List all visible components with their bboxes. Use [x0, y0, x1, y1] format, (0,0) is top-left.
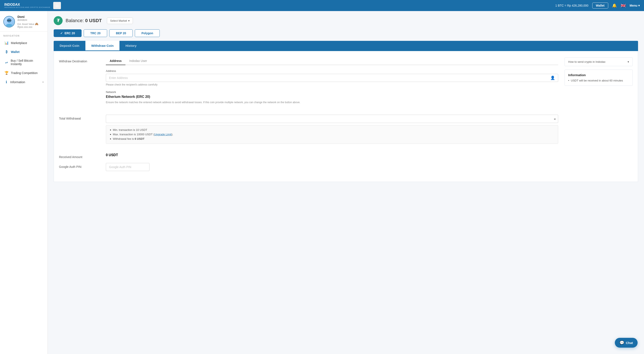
eye-icon[interactable]: 🙈	[35, 22, 38, 25]
withdrawal-input[interactable]: 0	[106, 115, 551, 123]
sidebar-item-trading[interactable]: 🏆 Trading Competition	[0, 68, 48, 77]
svg-point-1	[6, 24, 12, 27]
dest-tab-address[interactable]: Address	[106, 57, 126, 65]
sidebar-nav: 📊 Marketplace ₿ Wallet ⇌ Buy / Sell Bitc…	[0, 38, 48, 87]
withdraw-destination-label: Withdraw Destination	[59, 57, 106, 63]
topnav: INDODAX INDONESIA BITCOIN AND CRYPTO EXC…	[0, 0, 644, 11]
layout: Doni donidoni Est. Asset Value 🙈 Rpxx.xx…	[0, 11, 644, 354]
chat-label: Chat	[626, 341, 633, 345]
withdrawal-row: 0 ◂	[106, 115, 558, 123]
balance-amount: 0 USDT	[85, 18, 102, 23]
balance-header: ₮ Balance: 0 USDT Select Market ▾	[54, 16, 638, 25]
nav-item-info: Information ▾	[10, 80, 44, 84]
google-auth-label: Google Auth PIN:	[59, 163, 106, 168]
rule-bullet-2: ▪	[110, 133, 111, 136]
balance-text: Balance: 0 USDT	[66, 18, 102, 23]
topnav-right: 1 BTC = Rp 426,280,000 Wallet 🔔 🇬🇧 Menu …	[556, 2, 640, 8]
received-amount-content: 0 USDT	[106, 153, 558, 157]
bell-icon[interactable]: 🔔	[612, 3, 617, 8]
total-withdrawal-label: Total Withdrawal	[59, 115, 106, 120]
dest-tabs: Address Indodax User	[106, 57, 558, 65]
sidebar-label-buy-sell: Buy / Sell Bitcoin Instantly	[11, 59, 44, 66]
est-value: Rpxx.xxx.xxx	[18, 25, 44, 28]
logo-main: INDODAX	[4, 3, 50, 6]
avatar-inner	[4, 16, 14, 27]
how-to-text: How to send crypto in Indodax	[568, 60, 606, 63]
chevron-down-icon: ▾	[42, 81, 44, 84]
trading-icon: 🏆	[4, 71, 9, 75]
tab-bep20[interactable]: BEP 20	[109, 29, 133, 37]
how-to-dropdown[interactable]: How to send crypto in Indodax ▾	[564, 57, 633, 66]
sidebar-item-marketplace[interactable]: 📊 Marketplace	[0, 38, 48, 47]
address-input[interactable]	[106, 74, 547, 82]
sidebar-label-information: Information	[10, 80, 25, 84]
address-book-button[interactable]: 👤	[547, 74, 558, 82]
tab-deposit[interactable]: Deposit Coin	[54, 41, 86, 51]
main-content: ₮ Balance: 0 USDT Select Market ▾ ✓ ERC …	[48, 11, 644, 354]
received-amount-row: Received Amount 0 USDT	[59, 153, 558, 159]
tab-trc20[interactable]: TRC 20	[84, 29, 107, 37]
google-auth-input[interactable]	[106, 163, 150, 171]
rule-bullet-1: ▪	[110, 128, 111, 132]
withdraw-destination-row: Withdraw Destination Address Indodax Use…	[59, 57, 558, 110]
menu-button[interactable]: Menu ▾	[630, 4, 640, 7]
arrow-left-icon: ◂	[554, 117, 556, 121]
chat-icon: 💬	[620, 340, 624, 345]
select-market-chevron: ▾	[128, 19, 130, 22]
select-market-button[interactable]: Select Market ▾	[107, 17, 133, 24]
received-amount-label: Received Amount	[59, 153, 106, 159]
upgrade-limit-link[interactable]: Upgrade Limit	[154, 133, 172, 136]
dest-tab-indodax-user[interactable]: Indodax User	[126, 57, 151, 65]
sidebar-label-wallet: Wallet	[11, 50, 20, 54]
wallet-button[interactable]: Wallet	[592, 2, 608, 8]
dropdown-chevron-icon: ▾	[628, 60, 629, 63]
hamburger-button[interactable]: ☰	[53, 2, 61, 9]
user-name: Doni	[18, 15, 44, 18]
sidebar-label-trading: Trading Competition	[11, 71, 38, 75]
info-item-1: • USDT will be received in about 60 minu…	[568, 79, 629, 82]
user-info: Doni donidoni Est. Asset Value 🙈 Rpxx.xx…	[18, 15, 44, 28]
btc-rate: 1 BTC = Rp 426,280,000	[556, 4, 588, 7]
nav-label: NAVIGATION	[0, 32, 48, 38]
chat-button[interactable]: 💬 Chat	[615, 338, 638, 348]
sidebar-label-marketplace: Marketplace	[11, 41, 27, 45]
topnav-left: INDODAX INDONESIA BITCOIN AND CRYPTO EXC…	[4, 2, 61, 9]
withdrawal-arrow-button[interactable]: ◂	[551, 115, 558, 123]
user-handle: donidoni	[18, 18, 44, 21]
logo: INDODAX INDONESIA BITCOIN AND CRYPTO EXC…	[4, 3, 50, 8]
content-card: Withdraw Destination Address Indodax Use…	[54, 51, 638, 182]
information-icon: ℹ	[4, 80, 8, 84]
est-asset-label: Est. Asset Value 🙈	[18, 22, 44, 25]
marketplace-icon: 📊	[4, 41, 9, 45]
wallet-icon: ₿	[4, 50, 9, 54]
rules-box: ▪ Min. transaction is 10 USDT ▪ Max. tra…	[106, 125, 558, 144]
rule-max: ▪ Max. transaction is 10000 USDT (Upgrad…	[110, 133, 554, 136]
rule-bullet-3: ▪	[110, 137, 111, 141]
sidebar-item-information[interactable]: ℹ Information ▾	[0, 77, 48, 87]
sidebar-item-buy-sell[interactable]: ⇌ Buy / Sell Bitcoin Instantly	[0, 56, 48, 68]
avatar	[4, 16, 15, 27]
avatar-svg	[4, 16, 14, 27]
logo-sub: INDONESIA BITCOIN AND CRYPTO EXCHANGE	[4, 6, 50, 8]
info-title: Information	[568, 73, 629, 77]
tab-withdraw[interactable]: Withdraw Coin	[86, 41, 120, 51]
sidebar: Doni donidoni Est. Asset Value 🙈 Rpxx.xx…	[0, 11, 48, 354]
info-box: Information • USDT will be received in a…	[564, 69, 633, 86]
google-auth-row: Google Auth PIN:	[59, 163, 558, 171]
tab-history[interactable]: History	[120, 41, 142, 51]
sidebar-item-wallet[interactable]: ₿ Wallet	[0, 47, 48, 56]
flag-icon[interactable]: 🇬🇧	[620, 3, 626, 8]
info-bullet-icon: •	[568, 79, 569, 82]
address-row: 👤	[106, 74, 558, 82]
tab-polygon[interactable]: Polygon	[135, 29, 160, 37]
user-section: Doni donidoni Est. Asset Value 🙈 Rpxx.xx…	[0, 11, 48, 32]
buy-sell-icon: ⇌	[4, 60, 8, 64]
network-label: Network	[106, 90, 558, 94]
total-withdrawal-content: 0 ◂ ▪ Min. transaction is 10 USDT ▪	[106, 115, 558, 149]
total-withdrawal-row: Total Withdrawal 0 ◂ ▪ Min. transaction …	[59, 115, 558, 149]
side-info: How to send crypto in Indodax ▾ Informat…	[564, 57, 633, 175]
tab-erc20[interactable]: ✓ ERC 20	[54, 29, 82, 37]
received-amount-value: 0 USDT	[106, 153, 118, 157]
address-book-icon: 👤	[550, 76, 555, 80]
withdraw-destination-content: Address Indodax User Address 👤	[106, 57, 558, 110]
